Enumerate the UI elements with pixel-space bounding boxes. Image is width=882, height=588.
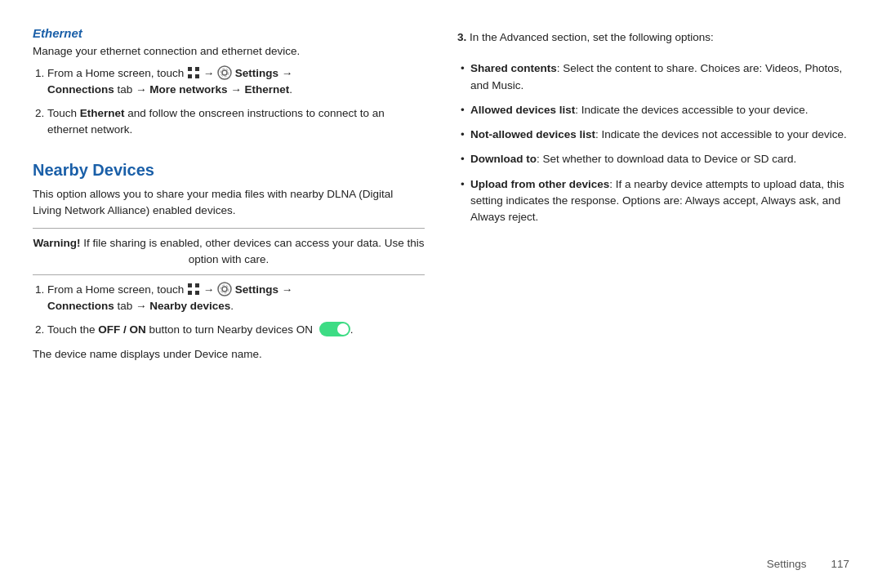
- more-networks-label: More networks: [149, 83, 227, 96]
- svg-rect-8: [195, 283, 199, 287]
- step3-text: In the Advanced section, set the followi…: [470, 31, 714, 43]
- settings-icon: [217, 65, 232, 80]
- svg-point-12: [222, 287, 227, 292]
- nearby-devices-label: Nearby devices: [149, 300, 230, 312]
- right-column: 3. In the Advanced section, set the foll…: [457, 26, 849, 562]
- ethernet-bold: Ethernet: [80, 107, 125, 119]
- shared-contents-bold: Shared contents: [470, 62, 557, 74]
- left-column: Ethernet Manage your ethernet connection…: [33, 26, 425, 562]
- nearby-devices-title: Nearby Devices: [33, 161, 425, 180]
- bullet-allowed-devices: Allowed devices list: Indicate the devic…: [457, 102, 849, 118]
- warning-bold: Warning!: [33, 237, 81, 249]
- divider-top: [33, 228, 425, 229]
- settings-label-2: Settings →: [235, 283, 293, 296]
- nearby-devices-description: This option allows you to share your med…: [33, 186, 425, 220]
- settings-icon-2: [217, 282, 232, 296]
- divider-bottom: [33, 274, 425, 275]
- svg-rect-7: [188, 283, 192, 287]
- allowed-devices-bold: Allowed devices list: [470, 104, 575, 116]
- footer: Settings 117: [767, 558, 849, 570]
- toggle-switch[interactable]: [319, 322, 350, 336]
- svg-point-11: [218, 283, 231, 296]
- nearby-step-1: From a Home screen, touch →: [47, 282, 425, 315]
- download-to-bold: Download to: [470, 153, 537, 165]
- ethernet-steps: From a Home screen, touch →: [33, 65, 425, 138]
- ethernet-step-2: Touch Ethernet and follow the onscreen i…: [47, 105, 425, 139]
- svg-rect-10: [195, 291, 199, 295]
- allowed-devices-text: : Indicate the devices accessible to you…: [575, 104, 808, 116]
- svg-rect-3: [195, 74, 199, 78]
- grid-icon: [187, 66, 200, 79]
- bullet-not-allowed-devices: Not-allowed devices list: Indicate the d…: [457, 127, 849, 143]
- bullet-upload-from: Upload from other devices: If a nearby d…: [457, 176, 849, 226]
- step3-intro: 3. In the Advanced section, set the foll…: [457, 29, 849, 46]
- download-to-text: : Set whether to download data to Device…: [537, 153, 796, 165]
- svg-rect-0: [188, 67, 192, 71]
- nearby-steps: From a Home screen, touch →: [33, 282, 425, 338]
- ethernet-label: Ethernet: [245, 83, 290, 96]
- step3-num: 3.: [457, 31, 466, 43]
- warning-box: Warning! If file sharing is enabled, oth…: [33, 235, 425, 269]
- grid-icon-2: [187, 283, 200, 296]
- page: Ethernet Manage your ethernet connection…: [0, 0, 882, 588]
- upload-from-bold: Upload from other devices: [470, 178, 609, 190]
- bullet-shared-contents: Shared contents: Select the content to s…: [457, 60, 849, 94]
- ethernet-step-1: From a Home screen, touch →: [47, 65, 425, 99]
- svg-point-5: [222, 70, 227, 75]
- connections-label: Connections: [47, 83, 114, 96]
- footer-page: 117: [831, 558, 849, 570]
- ethernet-title: Ethernet: [33, 26, 425, 40]
- footer-label: Settings: [767, 558, 807, 570]
- settings-label: Settings →: [235, 67, 293, 79]
- not-allowed-devices-bold: Not-allowed devices list: [470, 128, 595, 140]
- connections-label-2: Connections: [47, 300, 114, 312]
- ethernet-section: Ethernet Manage your ethernet connection…: [33, 26, 425, 146]
- nearby-devices-section: Nearby Devices This option allows you to…: [33, 146, 425, 371]
- nearby-step-2: Touch the OFF / ON button to turn Nearby…: [47, 322, 425, 338]
- bullet-download-to: Download to: Set whether to download dat…: [457, 151, 849, 167]
- ethernet-description: Manage your ethernet connection and ethe…: [33, 45, 425, 57]
- svg-rect-1: [195, 67, 199, 71]
- svg-point-4: [218, 66, 231, 79]
- options-list: Shared contents: Select the content to s…: [457, 60, 849, 234]
- device-name-text: The device name displays under Device na…: [33, 346, 425, 363]
- svg-rect-9: [188, 291, 192, 295]
- svg-rect-2: [188, 74, 192, 78]
- off-on-label: OFF / ON: [98, 323, 146, 336]
- not-allowed-devices-text: : Indicate the devices not accessible to…: [595, 128, 847, 140]
